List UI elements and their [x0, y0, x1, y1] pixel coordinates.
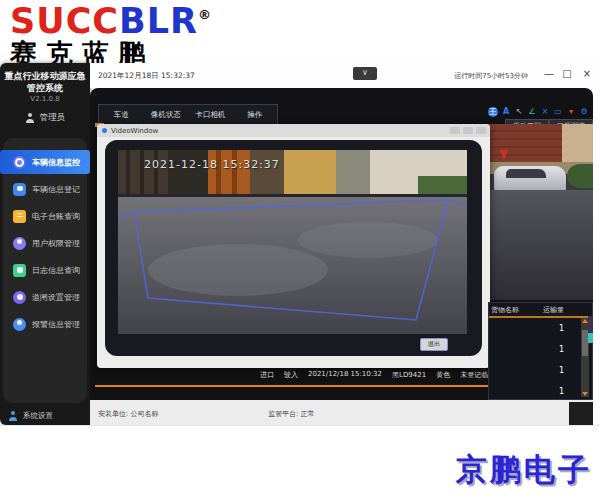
minimize-button[interactable]: — [542, 68, 556, 79]
sidebar-menu: 车辆信息监控 车辆信息登记 电子台账查询 用户权限管理 日志信息查询 道闸设置管… [3, 138, 87, 403]
app-title: 重点行业移动源应急管控系统 [0, 63, 90, 94]
settings-icon[interactable]: ⚙ [579, 107, 589, 117]
sidebar-item-log-query[interactable]: 日志信息查询 [3, 258, 87, 282]
platform-status: 监管平台: 正常 [268, 409, 315, 419]
brand-logo-en: SUCCBLR® [10, 4, 220, 39]
system-settings-icon [8, 411, 18, 421]
window-icon[interactable]: ▭ [553, 107, 563, 117]
gear-icon [13, 291, 26, 304]
table-row[interactable]: 1 [489, 318, 578, 339]
sidebar-item-alarm-info[interactable]: 报警信息管理 [3, 312, 87, 336]
tab-checkpoint-camera[interactable]: 卡口相机 [188, 110, 233, 120]
cargo-table: 货物名称 运输量 1 1 1 1 [488, 302, 593, 400]
light-building [562, 124, 594, 162]
camera-video-feed: 2021-12-18 15:32:37 [118, 150, 467, 334]
sidebar-item-label: 报警信息管理 [32, 319, 80, 330]
window-titlebar: 2021年12月18日 15:32:37 ∨ 运行时间75小时53分钟 — □ … [90, 63, 600, 88]
main-panel: 车道 像机状态 卡口相机 操作 王 A ↖ ∠ × ▭ ▾ ⚙ 手动开闸 视频浏… [90, 88, 593, 400]
road [488, 190, 593, 300]
car-icon [13, 183, 26, 196]
record-color: 黄色 [436, 370, 450, 380]
sidebar-item-vehicle-monitor[interactable]: 车辆信息监控 [0, 150, 90, 174]
maximize-button[interactable]: □ [560, 68, 574, 79]
user-row: 管理员 [0, 112, 90, 124]
background-camera-feed [488, 124, 593, 300]
cursor-icon[interactable]: ↖ [514, 107, 524, 117]
install-unit: 安装单位: 公司名称 [98, 409, 159, 419]
platform-value: 正常 [301, 410, 315, 418]
record-action: 驶入 [284, 370, 298, 380]
app-version: V2.1.0.8 [0, 95, 90, 103]
lane-tabbar: 车道 像机状态 卡口相机 操作 [98, 104, 278, 125]
datetime-label: 2021年12月18日 15:32:37 [98, 71, 195, 81]
install-unit-value: 公司名称 [131, 410, 159, 418]
sidebar-item-label: 道闸设置管理 [32, 292, 80, 303]
platform-label: 监管平台: [268, 410, 298, 418]
tab-lane[interactable]: 车道 [99, 110, 144, 120]
video-toolbar: 王 A ↖ ∠ × ▭ ▾ ⚙ [488, 107, 589, 117]
popup-control-button[interactable] [463, 127, 473, 134]
app-statusbar: 安装单位: 公司名称 监管平台: 正常 [90, 400, 593, 425]
page-footer: 京鹏电子 [0, 425, 600, 500]
highlight-divider [95, 385, 490, 387]
popup-control-button[interactable] [476, 127, 486, 134]
passage-record: 进口 驶入 2021/12/18 15:10:32 黑LD9421 黄色 未登记… [260, 370, 502, 380]
sidebar-item-label: 日志信息查询 [32, 265, 80, 276]
sidebar-item-label: 电子台账查询 [32, 211, 80, 222]
sidebar-item-label: 车辆信息监控 [32, 157, 80, 168]
video-timestamp: 2021-12-18 15:32:37 [144, 158, 280, 171]
tab-operation[interactable]: 操作 [233, 110, 278, 120]
sidebar: 重点行业移动源应急管控系统 V2.1.0.8 管理员 车辆信息监控 车辆信息登记… [0, 63, 90, 425]
user-name: 管理员 [40, 112, 66, 124]
statusbar-corner-block [569, 402, 593, 425]
brand-logo: SUCCBLR® 赛克蓝鹏 [10, 4, 220, 69]
runtime-label: 运行时间75小时53分钟 [454, 71, 528, 81]
transport-volume-header: 运输量 [543, 305, 564, 315]
table-row[interactable]: 1 [489, 339, 578, 360]
collapse-button[interactable]: ∨ [353, 67, 377, 80]
sidebar-item-label: 用户权限管理 [32, 238, 80, 249]
close-button[interactable]: × [580, 68, 594, 79]
sidebar-item-gate-settings[interactable]: 道闸设置管理 [3, 285, 87, 309]
sidebar-item-vehicle-register[interactable]: 车辆信息登记 [3, 177, 87, 201]
logo-succ: SUCC [10, 1, 119, 41]
cargo-name-header: 货物名称 [489, 305, 543, 315]
user-icon [25, 113, 35, 123]
ledger-icon [13, 210, 26, 223]
monitor-icon [13, 156, 26, 169]
record-time: 2021/12/18 15:10:32 [308, 370, 382, 380]
log-icon [13, 264, 26, 277]
screen: SUCCBLR® 赛克蓝鹏 重点行业移动源应急管控系统 V2.1.0.8 管理员… [0, 0, 600, 500]
sidebar-item-ledger-query[interactable]: 电子台账查询 [3, 204, 87, 228]
street-scene [118, 150, 467, 334]
video-window-title: VideoWindow [111, 127, 158, 135]
table-row[interactable]: 1 [489, 360, 578, 381]
system-settings-label: 系统设置 [23, 411, 53, 421]
edge-scrollbar-segment[interactable] [588, 316, 593, 333]
monitor-bezel: 2021-12-18 15:32:37 退出 [105, 140, 482, 356]
record-icon[interactable]: ▾ [566, 107, 576, 117]
plate-recognize-icon[interactable]: 王 [488, 107, 498, 117]
text-overlay-icon[interactable]: A [501, 107, 511, 117]
exit-button[interactable]: 退出 [420, 338, 448, 351]
table-row[interactable]: 1 [489, 381, 578, 402]
brick-building [488, 124, 562, 162]
tab-camera-status[interactable]: 像机状态 [144, 110, 189, 120]
sidebar-item-user-permission[interactable]: 用户权限管理 [3, 231, 87, 255]
popup-control-button[interactable] [450, 127, 460, 134]
users-icon [13, 237, 26, 250]
bush [567, 164, 593, 188]
silver-car [494, 166, 566, 192]
cargo-table-rows: 1 1 1 1 [489, 318, 578, 399]
close-stream-icon[interactable]: × [540, 107, 550, 117]
window-dot-icon [102, 128, 107, 133]
edge-scrollbar-segment[interactable] [588, 333, 593, 343]
sidebar-item-label: 车辆信息登记 [32, 184, 80, 195]
scroll-down-arrow[interactable] [582, 392, 588, 396]
logo-blr: BLR [119, 1, 198, 41]
video-window-titlebar[interactable]: VideoWindow [97, 124, 490, 137]
record-direction: 进口 [260, 370, 274, 380]
system-settings-button[interactable]: 系统设置 [8, 411, 53, 421]
measure-icon[interactable]: ∠ [527, 107, 537, 117]
alarm-icon [13, 318, 26, 331]
